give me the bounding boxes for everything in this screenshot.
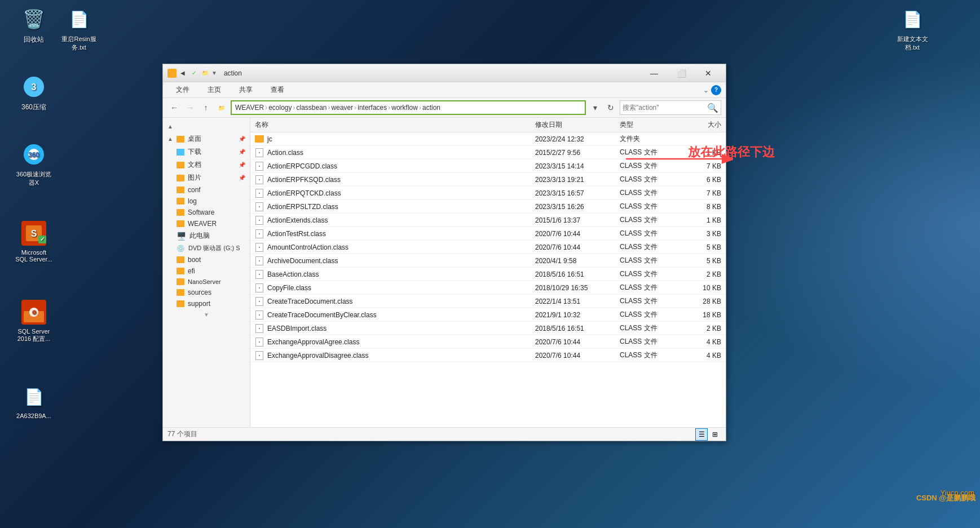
svg-text:360: 360 xyxy=(28,151,39,159)
checkmark-quick-btn[interactable]: ✓ xyxy=(189,68,199,78)
table-row[interactable]: ▪ ActionERPQTCKD.class 2023/3/15 16:57 C… xyxy=(250,187,726,200)
file-name-cell: ▪ BaseAction.class xyxy=(255,270,535,279)
sort-type-btn[interactable]: 类型 xyxy=(620,120,633,130)
up-button[interactable]: ↑ xyxy=(199,101,213,114)
list-view-btn[interactable]: ☰ xyxy=(695,428,708,441)
zip360-icon[interactable]: 3 360压缩 xyxy=(11,73,56,112)
col-header-size[interactable]: 大小 xyxy=(676,120,721,130)
search-icon[interactable]: 🔍 xyxy=(707,103,718,113)
search-box[interactable]: 🔍 xyxy=(620,100,721,115)
table-row[interactable]: ▪ ActionTestRst.class 2020/7/6 10:44 CLA… xyxy=(250,227,726,241)
refresh-btn[interactable]: ↻ xyxy=(604,101,617,114)
sidebar-item-software[interactable]: Software xyxy=(163,207,250,218)
title-bar: ◀ ✓ 📁 ▼ action — ⬜ ✕ xyxy=(163,64,726,82)
close-button[interactable]: ✕ xyxy=(695,64,721,82)
col-header-date[interactable]: 修改日期 xyxy=(535,120,620,130)
recycle-bin-icon[interactable]: 🗑️ 回收站 xyxy=(11,6,56,45)
sidebar-item-desktop[interactable]: ▲ 桌面 📌 xyxy=(163,132,250,145)
status-text: 77 个项目 xyxy=(167,429,197,439)
sidebar-scroll-down[interactable]: ▼ xyxy=(163,309,250,320)
sqlconfig-icon[interactable]: ⚙ SQL Server 2016 配置... xyxy=(11,299,56,343)
desktop-folder-icon xyxy=(176,136,184,143)
sidebar-item-support[interactable]: support xyxy=(163,298,250,309)
file-name-cell: ▪ ExchangeApprovalAgree.class xyxy=(255,338,535,347)
sidebar-label-log: log xyxy=(187,197,197,205)
col-header-name[interactable]: 名称 xyxy=(255,120,535,130)
sidebar-item-documents[interactable]: 文档 📌 xyxy=(163,158,250,171)
forward-button[interactable]: → xyxy=(183,101,197,114)
detail-view-btn[interactable]: ⊞ xyxy=(709,428,721,441)
sidebar-item-weaver[interactable]: WEAVER xyxy=(163,218,250,229)
resin-txt-icon[interactable]: 📄 重启Resin服 务.txt xyxy=(56,6,101,52)
help-button[interactable]: ? xyxy=(711,85,721,95)
table-row[interactable]: jc 2023/2/24 12:32 文件夹 xyxy=(250,132,726,146)
col-header-type[interactable]: 类型 xyxy=(620,120,676,130)
mypc-icon: 🖥️ xyxy=(176,232,186,241)
file-size-cell: 10 KB xyxy=(676,284,721,292)
back-button[interactable]: ← xyxy=(167,101,181,114)
sort-name-btn[interactable]: 名称 xyxy=(255,120,268,130)
maximize-button[interactable]: ⬜ xyxy=(668,64,694,82)
file2a-label: 2A632B9A... xyxy=(16,412,51,419)
table-row[interactable]: ▪ CreateTraceDocumentByClear.class 2021/… xyxy=(250,308,726,322)
folder-title-icon xyxy=(167,69,176,78)
sidebar-item-mypc[interactable]: 🖥️ 此电脑 xyxy=(163,229,250,242)
browser360-icon[interactable]: 360 360极速浏览 器X xyxy=(11,141,56,187)
sidebar-item-log[interactable]: log xyxy=(163,196,250,207)
back-quick-btn[interactable]: ◀ xyxy=(178,68,188,78)
table-row[interactable]: ▪ ActionERPFKSQD.class 2023/3/13 19:21 C… xyxy=(250,173,726,187)
table-row[interactable]: ▪ AmountControlAction.class 2020/7/6 10:… xyxy=(250,241,726,254)
sidebar-item-boot[interactable]: boot xyxy=(163,254,250,265)
file-date-cell: 2023/3/15 16:26 xyxy=(535,203,620,211)
sidebar-item-conf[interactable]: conf xyxy=(163,184,250,196)
sidebar-item-dvd[interactable]: 💿 DVD 驱动器 (G:) S xyxy=(163,242,250,254)
table-row[interactable]: ▪ ExchangeApprovalDisagree.class 2020/7/… xyxy=(250,349,726,362)
sidebar-item-efi[interactable]: efi xyxy=(163,265,250,277)
file-size-cell: 4 KB xyxy=(676,338,721,346)
file-date-cell: 2023/3/15 14:14 xyxy=(535,162,620,170)
sidebar-label-pictures: 图片 xyxy=(187,173,201,183)
file-name-cell: ▪ ActionTestRst.class xyxy=(255,229,535,238)
sort-size-btn[interactable]: 大小 xyxy=(708,120,721,130)
tab-file[interactable]: 文件 xyxy=(167,82,198,97)
file-date-cell: 2023/2/24 12:32 xyxy=(535,135,620,143)
file-type-cell: CLASS 文件 xyxy=(620,229,676,238)
newtext-icon[interactable]: 📄 新建文本文 档.txt xyxy=(890,6,935,52)
sidebar-item-nanoserver[interactable]: NanoServer xyxy=(163,277,250,287)
table-row[interactable]: ▪ ActionERPSLTZD.class 2023/3/15 16:26 C… xyxy=(250,200,726,214)
table-row[interactable]: ▪ CreateTraceDocument.class 2022/1/4 13:… xyxy=(250,295,726,308)
tab-share[interactable]: 共享 xyxy=(231,82,261,97)
svg-text:⚙: ⚙ xyxy=(32,309,37,316)
folder-quick-btn[interactable]: 📁 xyxy=(200,68,210,78)
table-row[interactable]: ▪ ExchangeApprovalAgree.class 2020/7/6 1… xyxy=(250,335,726,349)
nano-folder-icon xyxy=(176,278,184,285)
file2a-icon[interactable]: 📄 2A632B9A... xyxy=(11,383,56,419)
recent-button[interactable]: 📁 xyxy=(215,101,228,114)
file-name-cell: ▪ ExchangeApprovalDisagree.class xyxy=(255,351,535,360)
table-row[interactable]: ▪ ActionExtends.class 2015/1/6 13:37 CLA… xyxy=(250,214,726,227)
table-row[interactable]: ▪ ArchiveDocument.class 2020/4/1 9:58 CL… xyxy=(250,254,726,268)
csdn-watermark: CSDN @是鹏鹏哦 xyxy=(916,493,975,503)
minimize-button[interactable]: — xyxy=(641,64,667,82)
search-input[interactable] xyxy=(623,104,707,112)
address-box[interactable]: WEAVER › ecology › classbean › weaver › … xyxy=(231,100,586,115)
sidebar-item-downloads[interactable]: 下载 📌 xyxy=(163,145,250,158)
sort-date-btn[interactable]: 修改日期 xyxy=(535,120,562,130)
sidebar-label-desktop: 桌面 xyxy=(187,134,201,144)
tab-view[interactable]: 查看 xyxy=(262,82,293,97)
ribbon-chevron-icon[interactable]: ⌄ xyxy=(703,86,709,94)
table-row[interactable]: ▪ EASDBImport.class 2018/5/16 16:51 CLAS… xyxy=(250,322,726,335)
boot-folder-icon xyxy=(176,256,184,263)
expand-icon: ▲ xyxy=(167,136,174,142)
address-dropdown-btn[interactable]: ▾ xyxy=(588,101,602,114)
table-row[interactable]: ▪ BaseAction.class 2018/5/16 16:51 CLASS… xyxy=(250,268,726,281)
sidebar-label-software: Software xyxy=(187,208,214,216)
table-row[interactable]: ▪ CopyFile.class 2018/10/29 16:35 CLASS … xyxy=(250,281,726,295)
sidebar-item-pictures[interactable]: 图片 📌 xyxy=(163,171,250,184)
sidebar-item-sources[interactable]: sources xyxy=(163,287,250,298)
sqlserver-icon[interactable]: S ✓ Microsoft SQL Server... xyxy=(11,220,56,263)
file-name: ActionERPSLTZD.class xyxy=(267,203,338,211)
file-name: ActionERPQTCKD.class xyxy=(267,189,341,197)
file-date-cell: 2021/9/1 10:32 xyxy=(535,311,620,319)
tab-home[interactable]: 主页 xyxy=(199,82,229,97)
